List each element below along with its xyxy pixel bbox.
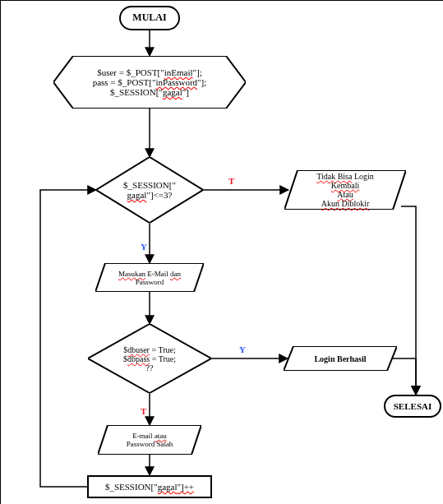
init-text: $user = $_POST["inEmail"]; pass = $_POST… bbox=[53, 56, 246, 109]
process-counter-text: $_SESSION["gagal"]++ bbox=[105, 482, 194, 492]
end-label: SELESAI bbox=[394, 401, 431, 412]
io-blocked-text: Tidak Bisa Login Kembali Atau Akun Diblo… bbox=[284, 170, 406, 210]
io-input-credentials: Masukan E-Mail dan Password bbox=[95, 263, 204, 292]
flowchart-canvas: MULAI $user = $_POST["inEmail"]; pass = … bbox=[0, 0, 443, 504]
io-success-text: Login Berhasil bbox=[284, 346, 397, 371]
start-label: MULAI bbox=[132, 12, 166, 24]
io-login-fail: E-mail atau Password Salah bbox=[98, 425, 201, 455]
io-blocked: Tidak Bisa Login Kembali Atau Akun Diblo… bbox=[284, 170, 406, 210]
decision1-text: $_SESSION[" gagal"]<=3? bbox=[96, 157, 203, 223]
decision-db-check: $dbuser = True; $dbpass = True; ?? bbox=[88, 324, 211, 393]
edge-label-d2-T: T bbox=[141, 406, 146, 416]
decision2-text: $dbuser = True; $dbpass = True; ?? bbox=[88, 324, 211, 393]
io-input-text: Masukan E-Mail dan Password bbox=[95, 263, 204, 292]
edge-label-d2-Y: Y bbox=[239, 344, 246, 354]
edge-label-d1-Y: Y bbox=[141, 242, 147, 252]
init-preparation: $user = $_POST["inEmail"]; pass = $_POST… bbox=[53, 56, 246, 109]
end-terminator: SELESAI bbox=[384, 395, 441, 418]
decision-session-gagal: $_SESSION[" gagal"]<=3? bbox=[96, 157, 203, 223]
process-counter: $_SESSION["gagal"]++ bbox=[87, 475, 212, 498]
io-fail-text: E-mail atau Password Salah bbox=[98, 425, 201, 455]
edge-label-d1-T: T bbox=[228, 176, 234, 186]
start-terminator: MULAI bbox=[119, 6, 180, 30]
io-login-success: Login Berhasil bbox=[284, 346, 397, 371]
